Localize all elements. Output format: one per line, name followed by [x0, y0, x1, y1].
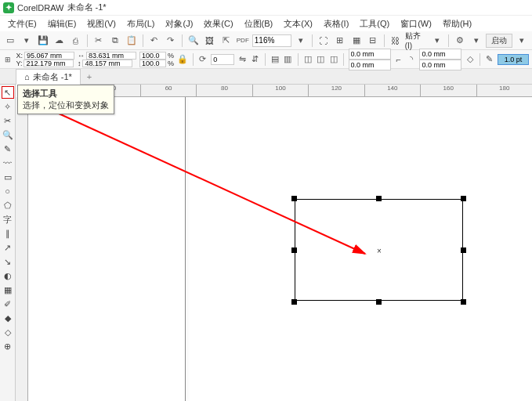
connector-tool[interactable]: ↘	[2, 255, 14, 268]
corner2-icon[interactable]: ◝	[407, 52, 416, 67]
rulers-icon[interactable]: ⊞	[333, 34, 347, 48]
shape-tool[interactable]: ✧	[2, 100, 14, 113]
menu-window[interactable]: 窗口(W)	[396, 16, 436, 31]
wrap-icon[interactable]: ◫	[302, 52, 312, 67]
print-icon[interactable]: ⎙	[69, 34, 83, 48]
new-tab-button[interactable]: +	[81, 70, 98, 83]
outline-tool[interactable]: ◇	[2, 326, 14, 338]
fill-tool[interactable]: ◆	[2, 312, 14, 324]
freehand-tool[interactable]: ✎	[2, 143, 14, 155]
paste-icon[interactable]: 📋	[125, 34, 139, 48]
dropdown-icon[interactable]: ▾	[515, 34, 529, 48]
artistic-tool[interactable]: 〰	[2, 157, 14, 169]
height-input[interactable]	[82, 60, 132, 67]
menu-effect[interactable]: 效果(C)	[199, 16, 237, 31]
convert-icon[interactable]: ◇	[465, 52, 474, 67]
crop-tool[interactable]: ✂	[2, 114, 14, 127]
dropdown-icon[interactable]: ▾	[469, 34, 483, 48]
resize-handle-n[interactable]	[376, 196, 382, 201]
pick-tool[interactable]: ↖	[2, 86, 14, 99]
menu-object[interactable]: 对象(J)	[161, 16, 197, 31]
snap-icon[interactable]: ⛓	[389, 34, 403, 48]
menu-text[interactable]: 文本(X)	[279, 16, 317, 31]
corner-icon[interactable]: ⌐	[394, 52, 404, 67]
guides-icon[interactable]: ⊟	[366, 34, 380, 48]
options-icon[interactable]: ⚙	[453, 34, 467, 48]
ellipse-tool[interactable]: ○	[2, 185, 14, 197]
parallel-tool[interactable]: ∥	[2, 227, 14, 240]
preset-icon[interactable]: ⊞	[3, 52, 13, 67]
grid-icon[interactable]: ▦	[349, 34, 364, 48]
offset-y-input[interactable]	[349, 60, 391, 70]
menu-tools[interactable]: 工具(Q)	[355, 16, 394, 31]
ruler-tick: 100	[252, 85, 308, 96]
cut-icon[interactable]: ✂	[92, 34, 106, 48]
zoom-tool[interactable]: 🔍	[2, 128, 14, 141]
menu-view[interactable]: 视图(V)	[82, 16, 121, 31]
resize-handle-nw[interactable]	[291, 196, 297, 201]
wrap2-icon[interactable]: ◫	[316, 52, 325, 67]
polygon-tool[interactable]: ⬠	[2, 199, 14, 211]
document-tab[interactable]: ⌂ 未命名 -1*	[16, 69, 81, 85]
undo-icon[interactable]: ↶	[147, 34, 161, 48]
offset2-x-input[interactable]	[419, 49, 461, 60]
menu-layout[interactable]: 布局(L)	[122, 16, 159, 31]
new-icon[interactable]: ▭	[3, 34, 17, 48]
selected-rectangle[interactable]: ×	[295, 199, 463, 301]
launch-button[interactable]: 启动	[486, 34, 512, 48]
outline-icon[interactable]: ✎	[485, 52, 494, 67]
save-icon[interactable]: 💾	[36, 34, 50, 48]
redo-icon[interactable]: ↷	[164, 34, 178, 48]
width-input[interactable]	[86, 52, 136, 60]
offset2-y-input[interactable]	[419, 60, 461, 70]
resize-handle-se[interactable]	[461, 299, 466, 305]
mirror-v-icon[interactable]: ⇵	[251, 52, 260, 67]
resize-handle-e[interactable]	[461, 247, 466, 253]
rectangle-tool[interactable]: ▭	[2, 171, 14, 183]
lock-ratio-icon[interactable]: 🔒	[177, 52, 188, 67]
y-input[interactable]	[24, 60, 74, 67]
open-icon[interactable]: ▾	[20, 34, 34, 48]
x-input[interactable]	[24, 52, 74, 60]
vertical-ruler[interactable]	[16, 97, 28, 401]
eyedropper-tool[interactable]: ✐	[2, 298, 14, 310]
zoom-input[interactable]	[252, 34, 291, 47]
menu-file[interactable]: 文件(E)	[3, 16, 42, 31]
export-icon[interactable]: ⇱	[219, 34, 233, 48]
rotation-input[interactable]	[211, 54, 234, 65]
offset-x-input[interactable]	[349, 49, 391, 60]
cloud-icon[interactable]: ☁	[52, 34, 67, 48]
order-icon[interactable]: ▥	[283, 52, 292, 67]
resize-handle-w[interactable]	[291, 247, 297, 253]
menu-bitmap[interactable]: 位图(B)	[240, 16, 278, 31]
snap-label[interactable]: 贴齐(I)	[405, 31, 428, 50]
resize-handle-ne[interactable]	[461, 196, 466, 201]
dimension-tool[interactable]: ↗	[2, 241, 14, 254]
fullscreen-icon[interactable]: ⛶	[317, 34, 331, 48]
scale-y-input[interactable]	[139, 60, 166, 67]
canvas[interactable]: ×	[28, 97, 532, 401]
transparency-tool[interactable]: ▦	[2, 284, 14, 296]
resize-handle-s[interactable]	[376, 299, 382, 305]
mirror-h-icon[interactable]: ⇋	[237, 52, 247, 67]
effects-tool[interactable]: ◐	[2, 269, 14, 282]
menu-edit[interactable]: 编辑(E)	[43, 16, 81, 31]
copy-icon[interactable]: ⧉	[108, 34, 122, 48]
more-tool[interactable]: ⊕	[2, 340, 14, 352]
page-boundary	[185, 97, 186, 401]
standard-toolbar: ▭ ▾ 💾 ☁ ⎙ ✂ ⧉ 📋 ↶ ↷ 🔍 🖼 ⇱ PDF ▾ ⛶ ⊞ ▦ ⊟ …	[0, 31, 532, 50]
align-icon[interactable]: ▤	[270, 52, 280, 67]
wrap3-icon[interactable]: ◫	[328, 52, 338, 67]
text-tool[interactable]: 字	[2, 213, 14, 226]
dropdown-icon[interactable]: ▾	[430, 34, 444, 48]
resize-handle-sw[interactable]	[291, 299, 297, 305]
image-icon[interactable]: 🖼	[203, 34, 217, 48]
rotate-icon[interactable]: ⟳	[198, 52, 208, 67]
menu-help[interactable]: 帮助(H)	[438, 16, 476, 31]
search-icon[interactable]: 🔍	[186, 34, 201, 48]
dropdown-icon[interactable]: ▾	[294, 34, 308, 48]
pdf-icon[interactable]: PDF	[236, 34, 250, 48]
outline-width-input[interactable]	[498, 54, 529, 65]
scale-x-input[interactable]	[139, 52, 166, 60]
menu-table[interactable]: 表格(I)	[319, 16, 353, 31]
